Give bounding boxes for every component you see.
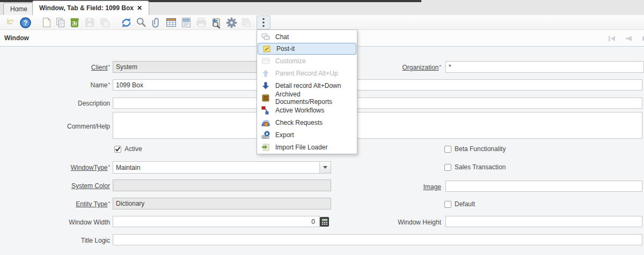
delete-record-icon: [69, 17, 80, 28]
default-checkbox-label: Default: [455, 200, 475, 208]
previous-record-button: [624, 34, 634, 43]
tab-home-label: Home: [10, 5, 27, 13]
menu-item-check-requests[interactable]: Check Requests: [257, 116, 357, 129]
archived-documents-icon: [261, 94, 270, 102]
previous-record-icon: [625, 35, 633, 42]
save-create-icon: [99, 17, 111, 28]
page-title: Window: [4, 34, 29, 42]
beta-functionality-label: Beta Functionality: [455, 145, 506, 153]
checkbox-unchecked-icon: [444, 201, 451, 208]
entity-type-label[interactable]: Entity Type*: [0, 200, 110, 208]
report-icon: [180, 17, 192, 28]
chat-icon: [261, 33, 270, 41]
toolbar: ?: [0, 15, 644, 30]
post-it-icon: [262, 44, 271, 53]
tab-window-tab-field[interactable]: Window, Tab & Field: 1099 Box ✕: [32, 1, 149, 15]
print-icon: [195, 17, 207, 28]
menu-item-export[interactable]: Export: [257, 129, 357, 141]
find-record-icon: [135, 17, 147, 28]
process-button[interactable]: [224, 16, 238, 29]
help-button[interactable]: ?: [18, 16, 32, 29]
detail-record-icon: [261, 81, 270, 90]
save-icon: [84, 17, 96, 28]
product-info-button: [239, 16, 253, 29]
description-field[interactable]: [113, 98, 642, 109]
import-file-loader-icon: [261, 143, 270, 152]
report-button[interactable]: [179, 16, 193, 29]
description-label: Description: [0, 100, 110, 107]
menu-item-label: Import File Loader: [275, 144, 327, 151]
find-record-button[interactable]: [134, 16, 148, 29]
menu-item-label: Chat: [275, 33, 289, 41]
more-actions-icon: [259, 17, 268, 28]
menu-item-import-file-loader[interactable]: Import File Loader: [257, 141, 357, 153]
comment-help-label: Comment/Help: [0, 123, 110, 130]
menu-item-label: Export: [275, 131, 294, 139]
title-logic-label: Title Logic: [0, 237, 110, 244]
window-type-label[interactable]: WindowType*: [0, 164, 110, 171]
organization-field[interactable]: [445, 61, 644, 73]
name-field[interactable]: [113, 79, 642, 91]
copy-record-button[interactable]: [54, 16, 68, 29]
close-icon[interactable]: ✕: [137, 4, 142, 12]
name-label: Name*: [0, 81, 110, 89]
save-button: [83, 16, 97, 29]
print-button: [194, 16, 208, 29]
help-icon: ?: [19, 17, 32, 29]
system-color-field: [113, 179, 331, 191]
title-logic-field[interactable]: [113, 234, 642, 245]
refresh-button[interactable]: [119, 16, 133, 29]
attachment-button[interactable]: [149, 16, 163, 29]
tab-home[interactable]: Home: [3, 3, 34, 15]
parent-record-icon: [261, 69, 270, 78]
archive-lookup-button[interactable]: [208, 16, 222, 29]
menu-item-post-it[interactable]: Post-it: [258, 43, 356, 55]
more-actions-menu: Chat Post-it Customize Parent Record Alt…: [257, 29, 357, 154]
save-create-button: [98, 16, 112, 29]
sales-transaction-checkbox[interactable]: Sales Transaction: [444, 163, 506, 171]
comment-help-field[interactable]: [113, 112, 642, 139]
process-icon: [225, 17, 238, 29]
checkbox-unchecked-icon: [444, 164, 451, 171]
first-record-button: [606, 34, 617, 43]
client-label[interactable]: Client*: [0, 64, 110, 71]
menu-item-customize: Customize: [257, 55, 357, 67]
checkbox-checked-icon: [114, 146, 121, 153]
more-actions-button[interactable]: [257, 16, 270, 29]
menu-item-label: Archived Documents/Reports: [275, 91, 353, 106]
window-type-field[interactable]: [113, 161, 320, 174]
window-type-dropdown-button[interactable]: [319, 161, 331, 174]
active-checkbox[interactable]: Active: [114, 145, 142, 153]
menu-item-parent-record: Parent Record Alt+Up: [257, 67, 357, 79]
next-record-icon: [641, 35, 644, 42]
attachment-icon: [150, 17, 162, 28]
menu-item-label: Customize: [275, 57, 306, 65]
checkbox-unchecked-icon: [444, 146, 451, 153]
customize-icon: [261, 57, 270, 65]
entity-type-field: [113, 198, 331, 209]
menu-item-active-workflows[interactable]: Active Workflows: [257, 104, 357, 116]
active-workflows-icon: [261, 106, 270, 115]
beta-functionality-checkbox[interactable]: Beta Functionality: [444, 145, 506, 153]
grid-toggle-button[interactable]: [164, 16, 178, 29]
window-width-field[interactable]: [113, 216, 320, 227]
calculator-icon: [321, 219, 328, 226]
window-width-label: Window Width: [0, 219, 110, 226]
menu-item-label: Check Requests: [275, 119, 323, 126]
calculator-button[interactable]: [320, 217, 329, 227]
image-label[interactable]: Image: [334, 183, 441, 191]
menu-item-chat[interactable]: Chat: [257, 31, 357, 43]
default-checkbox[interactable]: Default: [444, 200, 475, 208]
delete-record-button[interactable]: [68, 16, 82, 29]
menu-item-label: Detail record Alt+Down: [275, 82, 341, 89]
image-field[interactable]: [445, 181, 642, 192]
undo-button: [3, 16, 17, 29]
new-record-button[interactable]: [40, 16, 54, 29]
menu-item-label: Parent Record Alt+Up: [275, 70, 338, 77]
sales-transaction-label: Sales Transaction: [455, 163, 506, 171]
menu-item-label: Post-it: [276, 45, 295, 52]
app-window: Home Window, Tab & Field: 1099 Box ✕ ?: [0, 0, 644, 255]
window-height-field[interactable]: [445, 216, 642, 227]
system-color-label[interactable]: System Color: [0, 182, 110, 190]
menu-item-archived-documents[interactable]: Archived Documents/Reports: [257, 92, 357, 104]
